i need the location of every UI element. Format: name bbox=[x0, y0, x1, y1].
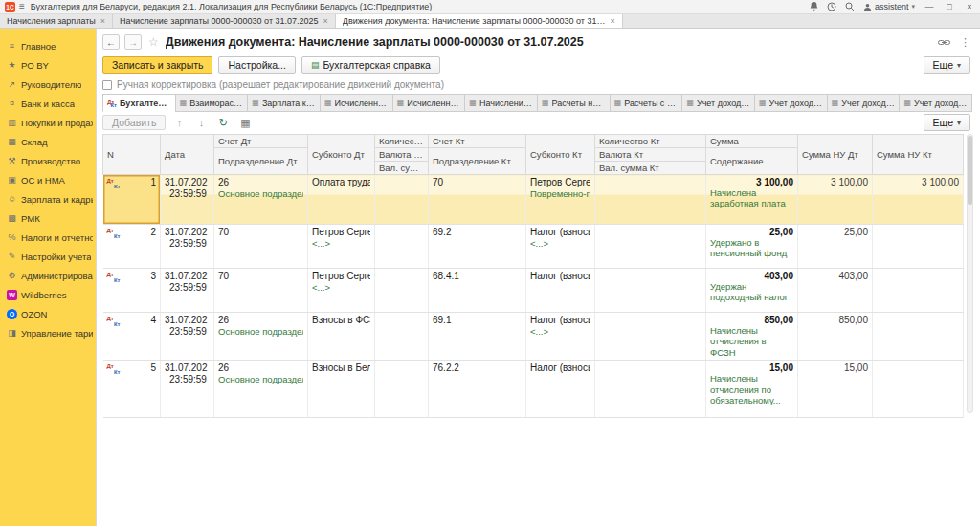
sidebar-item-tariff[interactable]: ◨Управление тарифом bbox=[0, 323, 96, 342]
sum-nu-kt-cell[interactable] bbox=[873, 313, 964, 361]
subconto-dt-cell[interactable]: Оплата труда bbox=[308, 175, 375, 225]
account-kt-cell[interactable]: 68.4.1 bbox=[429, 269, 526, 313]
tab-calculated-insurance[interactable]: ▦Исчисленные стр... bbox=[392, 94, 465, 112]
date-cell[interactable]: 31.07.20223:59:59 bbox=[161, 225, 214, 269]
row-number-cell[interactable]: ДтКт1 bbox=[103, 175, 161, 225]
sum-nu-kt-cell[interactable] bbox=[873, 269, 964, 313]
qty-kt-cell[interactable] bbox=[595, 313, 706, 361]
scrollbar-thumb[interactable] bbox=[968, 136, 972, 205]
more-actions-icon[interactable]: ⋮ bbox=[960, 36, 970, 49]
notifications-bell-icon[interactable] bbox=[810, 2, 818, 11]
tab-calculated-deductions[interactable]: ▦Исчисленные отч... bbox=[320, 94, 392, 112]
output-list-icon[interactable]: ▦ bbox=[236, 115, 254, 130]
grid-more-button[interactable]: Еще▾ bbox=[924, 114, 970, 131]
account-kt-cell[interactable]: 69.2 bbox=[429, 225, 526, 269]
minimize-button[interactable]: — bbox=[924, 2, 935, 11]
sidebar-item-wildberries[interactable]: WWildberries bbox=[0, 285, 96, 304]
sidebar-item-administration[interactable]: ⚙Администрирование bbox=[0, 266, 96, 285]
sum-nu-kt-cell[interactable] bbox=[873, 361, 964, 418]
close-button[interactable]: × bbox=[964, 2, 975, 11]
subconto-kt-cell[interactable]: Петров Сергей Ив...Повременно-прем... bbox=[526, 175, 595, 225]
qty-dt-cell[interactable] bbox=[375, 361, 429, 418]
sum-cell[interactable]: 25,00Удержано в пенсионный фонд bbox=[706, 225, 798, 269]
qty-dt-cell[interactable] bbox=[375, 313, 429, 361]
account-dt-cell[interactable]: 26Основное подразделение bbox=[214, 361, 308, 418]
save-and-close-button[interactable]: Записать и закрыть bbox=[102, 56, 212, 74]
current-user-chip[interactable]: assistent ▾ bbox=[863, 2, 915, 11]
sidebar-item-fixed-assets[interactable]: ▣ОС и НМА bbox=[0, 170, 96, 189]
subconto-dt-cell[interactable]: Петров Сергей Ив...<...> bbox=[308, 225, 375, 269]
qty-kt-cell[interactable] bbox=[595, 361, 706, 418]
move-down-icon[interactable]: ↓ bbox=[192, 115, 210, 130]
window-tab-document-movements[interactable]: Движения документа: Начисление зарплаты … bbox=[336, 14, 623, 28]
account-kt-cell[interactable]: 76.2.2 bbox=[429, 361, 526, 418]
subconto-kt-cell[interactable]: Налог (взносы): н... bbox=[526, 269, 595, 313]
sidebar-item-accounting-settings[interactable]: ✎Настройки учета bbox=[0, 247, 96, 266]
tab-income-accounting-2[interactable]: ▦Учет доходов для... bbox=[754, 94, 827, 112]
sum-cell[interactable]: 3 100,00Начислена заработная плата bbox=[706, 175, 798, 225]
tab-income-accounting-4[interactable]: ▦Учет доходов для... bbox=[899, 94, 972, 112]
sum-nu-dt-cell[interactable]: 403,00 bbox=[798, 269, 873, 313]
sum-cell[interactable]: 15,00Начислены отчисления по обязательно… bbox=[706, 361, 798, 418]
tab-mutual-settlements[interactable]: ▦Взаиморасчеты с... bbox=[175, 94, 248, 112]
tab-fund-settlements[interactable]: ▦Расчеты с фонда... bbox=[610, 94, 682, 112]
sum-nu-kt-cell[interactable]: 3 100,00 bbox=[873, 175, 964, 225]
sum-cell[interactable]: 850,00Начислены отчисления в ФСЗН bbox=[706, 313, 798, 361]
tab-salary-payable[interactable]: ▦Зарплата к выплате bbox=[247, 94, 320, 112]
date-cell[interactable]: 31.07.20223:59:59 bbox=[161, 313, 214, 361]
sidebar-item-ozon[interactable]: OOZON bbox=[0, 304, 96, 323]
row-number-cell[interactable]: ДтКт5 bbox=[103, 361, 161, 418]
table-row[interactable]: ДтКт1 31.07.20223:59:59 26Основное подра… bbox=[103, 175, 964, 225]
sidebar-item-purchases-sales[interactable]: ▥Покупки и продажи bbox=[0, 113, 96, 132]
row-number-cell[interactable]: ДтКт3 bbox=[103, 269, 161, 313]
close-tab-icon[interactable]: × bbox=[323, 16, 328, 26]
sum-nu-dt-cell[interactable]: 850,00 bbox=[798, 313, 873, 361]
row-number-cell[interactable]: ДтКт2 bbox=[103, 225, 161, 269]
sidebar-item-main[interactable]: ≡Главное bbox=[0, 36, 96, 55]
sidebar-item-manager[interactable]: ↗Руководителю bbox=[0, 75, 96, 94]
qty-dt-cell[interactable] bbox=[375, 269, 429, 313]
sidebar-item-rmk[interactable]: ▩РМК bbox=[0, 208, 96, 228]
subconto-dt-cell[interactable]: Петров Сергей Ив...<...> bbox=[308, 269, 375, 313]
tab-accruals-withholdings[interactable]: ▦Начисления удер... bbox=[464, 94, 537, 112]
sum-cell[interactable]: 403,00Удержан подоходный налог bbox=[706, 269, 798, 313]
date-cell[interactable]: 31.07.20223:59:59 bbox=[161, 269, 214, 313]
date-cell[interactable]: 31.07.20223:59:59 bbox=[161, 361, 214, 418]
tab-accounting-register[interactable]: ДтКтБухгалтерский и... bbox=[102, 94, 175, 112]
maximize-button[interactable]: □ bbox=[944, 2, 955, 11]
account-kt-cell[interactable]: 69.1 bbox=[429, 313, 526, 361]
back-button[interactable]: ← bbox=[102, 34, 120, 50]
subconto-dt-cell[interactable]: Взносы в ФСЗН bbox=[308, 313, 375, 361]
table-row[interactable]: ДтКт2 31.07.20223:59:59 70 Петров Сергей… bbox=[103, 225, 964, 269]
search-icon[interactable] bbox=[845, 2, 855, 11]
settings-button[interactable]: Настройка... bbox=[218, 56, 295, 74]
date-cell[interactable]: 31.07.20223:59:59 bbox=[161, 175, 214, 225]
sum-nu-dt-cell[interactable]: 25,00 bbox=[798, 225, 873, 269]
move-up-icon[interactable]: ↑ bbox=[170, 115, 188, 130]
tab-income-accounting-1[interactable]: ▦Учет доходов для... bbox=[681, 94, 754, 112]
account-dt-cell[interactable]: 70 bbox=[214, 225, 308, 269]
qty-kt-cell[interactable] bbox=[595, 269, 706, 313]
history-icon[interactable] bbox=[827, 2, 836, 11]
sum-nu-dt-cell[interactable]: 3 100,00 bbox=[798, 175, 873, 225]
sum-nu-kt-cell[interactable] bbox=[873, 225, 964, 269]
add-row-button[interactable]: Добавить bbox=[102, 115, 166, 130]
tab-income-accounting-3[interactable]: ▦Учет доходов для... bbox=[827, 94, 900, 112]
subconto-kt-cell[interactable]: Налог (взносы): н...<...> bbox=[526, 225, 595, 269]
table-row[interactable]: ДтКт5 31.07.20223:59:59 26Основное подра… bbox=[103, 361, 964, 418]
account-dt-cell[interactable]: 70 bbox=[214, 269, 308, 313]
sidebar-item-ro-by[interactable]: ★РО BY bbox=[0, 55, 96, 75]
sidebar-item-production[interactable]: ⚒Производство bbox=[0, 151, 96, 170]
main-menu-icon[interactable]: ≡ bbox=[19, 2, 25, 11]
qty-dt-cell[interactable] bbox=[375, 225, 429, 269]
window-tab-salary-accruals[interactable]: Начисления зарплаты × bbox=[0, 14, 113, 28]
accounting-note-button[interactable]: ▤Бухгалтерская справка bbox=[301, 56, 440, 74]
sidebar-item-bank-cash[interactable]: ¤Банк и касса bbox=[0, 94, 96, 113]
qty-kt-cell[interactable] bbox=[595, 175, 706, 225]
account-dt-cell[interactable]: 26Основное подразделение bbox=[214, 313, 308, 361]
qty-dt-cell[interactable] bbox=[375, 175, 429, 225]
close-tab-icon[interactable]: × bbox=[611, 16, 615, 26]
vertical-scrollbar[interactable] bbox=[967, 134, 973, 413]
favorite-star-icon[interactable]: ☆ bbox=[148, 35, 159, 49]
tab-taxpayer-settlements[interactable]: ▦Расчеты налогоп... bbox=[537, 94, 610, 112]
